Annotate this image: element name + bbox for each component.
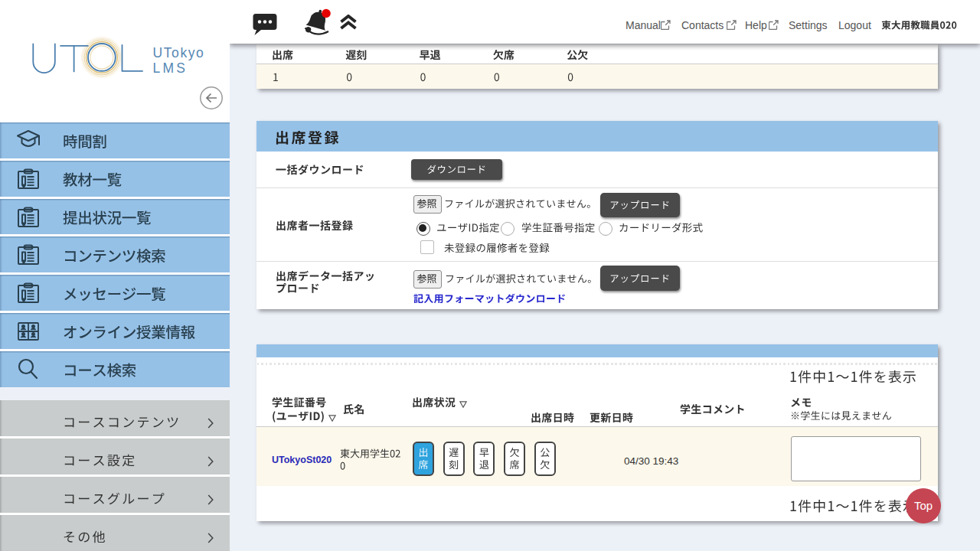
svg-text:UTokyo: UTokyo <box>153 45 205 60</box>
svg-text:LMS: LMS <box>153 60 188 76</box>
